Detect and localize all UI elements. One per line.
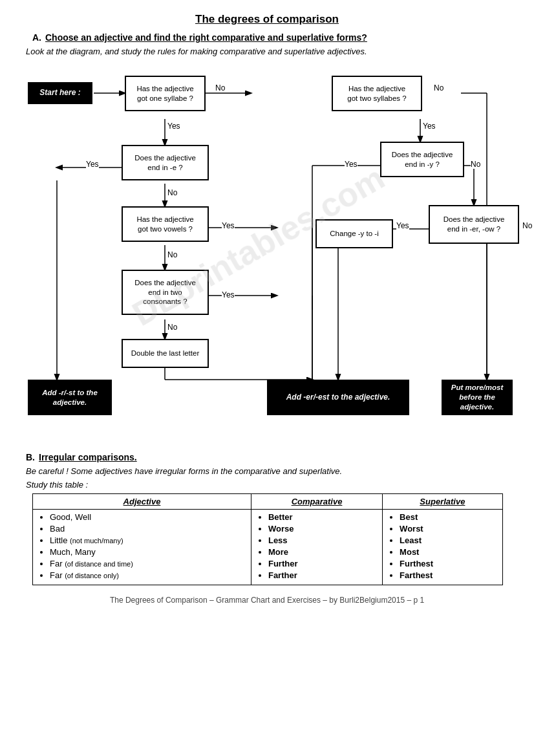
box-two-vowels: Has the adjective got two vowels ? [122, 206, 209, 242]
box-end-in-e: Does the adjective end in -e ? [122, 145, 209, 180]
list-item: Worse [268, 524, 376, 534]
list-item: Least [400, 535, 496, 545]
list-item: More [268, 547, 376, 557]
list-item: Bad [50, 524, 244, 534]
box-one-syllabe: Has the adjective got one syllabe ? [125, 76, 206, 111]
list-item: Most [400, 547, 496, 557]
yes-label-8: Yes [396, 221, 409, 230]
section-a-label: A. [32, 32, 41, 43]
list-item: Far (of distance and time) [50, 559, 244, 568]
yes-label-4: Yes [222, 290, 235, 299]
list-item: Farther [268, 570, 376, 580]
table-header-adjective: Adjective [33, 494, 251, 510]
list-item: Worst [400, 524, 496, 534]
yes-label-3: Yes [222, 221, 235, 230]
table-superlative-col: Best Worst Least Most Furthest Farthest [383, 510, 503, 585]
result-add-rst: Add -r/-st to the adjective. [28, 380, 112, 415]
yes-label-6: Yes [423, 122, 436, 131]
flowchart: Start here : Has the adjective got one s… [21, 64, 513, 446]
footer: The Degrees of Comparison – Grammar Char… [19, 596, 515, 605]
list-item: Much, Many [50, 547, 244, 557]
yes-label-2: Yes [86, 160, 99, 169]
box-end-in-y: Does the adjective end in -y ? [380, 142, 464, 177]
yes-label-1: Yes [167, 122, 180, 131]
start-box: Start here : [28, 82, 92, 104]
table-adjective-col: Good, Well Bad Little (not much/many) Mu… [33, 510, 251, 585]
list-item: Far (of distance only) [50, 570, 244, 580]
no-label-2: No [167, 188, 177, 197]
section-b-instruction2: Study this table : [26, 480, 515, 490]
box-two-consonants: Does the adjective end in two consonants… [122, 270, 209, 315]
comparison-table: Adjective Comparative Superlative Good, … [32, 493, 503, 585]
no-label-7: No [471, 160, 480, 169]
no-label-3: No [167, 250, 177, 259]
section-b-instruction1: Be careful ! Some adjectives have irregu… [26, 466, 515, 476]
section-a-header: A. Choose an adjective and find the righ… [32, 32, 515, 43]
result-more-most: Put more/most before the adjective. [442, 380, 513, 415]
page-title: The degrees of comparison [19, 13, 515, 26]
list-item: Further [268, 559, 376, 568]
list-item: Less [268, 535, 376, 545]
list-item: Better [268, 512, 376, 522]
table-comparative-col: Better Worse Less More Further Farther [251, 510, 382, 585]
list-item: Furthest [400, 559, 496, 568]
box-double-letter: Double the last letter [122, 339, 209, 368]
section-a-title: Choose an adjective and find the right c… [45, 32, 367, 43]
table-header-superlative: Superlative [383, 494, 503, 510]
result-add-er-est: Add -er/-est to the adjective. [267, 380, 409, 415]
box-change-y-to-i: Change -y to -i [315, 219, 393, 248]
section-b-label: B. [26, 452, 35, 462]
section-b-title: Irregular comparisons. [39, 452, 137, 462]
table-header-comparative: Comparative [251, 494, 382, 510]
box-end-in-er-ow: Does the adjective end in -er, -ow ? [429, 205, 519, 244]
list-item: Good, Well [50, 512, 244, 522]
list-item: Little (not much/many) [50, 535, 244, 545]
no-label-8: No [522, 221, 532, 230]
instruction-text: Look at the diagram, and study the rules… [26, 47, 515, 56]
list-item: Best [400, 512, 496, 522]
list-item: Farthest [400, 570, 496, 580]
no-label-4: No [167, 323, 177, 332]
box-two-syllabes: Has the adjective got two syllabes ? [332, 76, 422, 111]
no-label-1: No [215, 83, 225, 92]
no-label-6: No [434, 83, 443, 92]
section-b: B. Irregular comparisons. Be careful ! S… [19, 452, 515, 585]
section-b-header: B. Irregular comparisons. [26, 452, 515, 462]
table-row: Good, Well Bad Little (not much/many) Mu… [33, 510, 503, 585]
yes-label-7: Yes [345, 160, 358, 169]
